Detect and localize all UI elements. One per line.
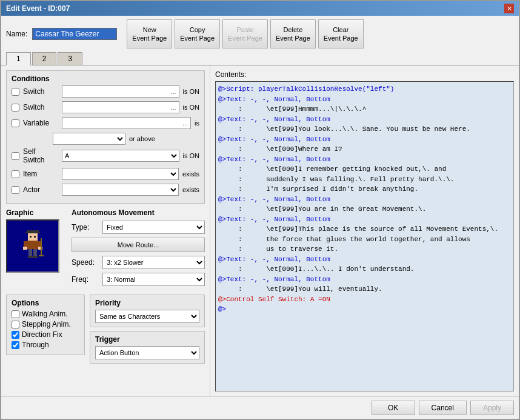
tab-3[interactable]: 3	[58, 52, 82, 65]
close-button[interactable]: ✕	[504, 4, 514, 13]
or-above-select[interactable]	[53, 133, 125, 145]
paste-event-page-button[interactable]: PasteEvent Page	[222, 19, 268, 48]
actor-row: Actor exists	[12, 184, 199, 196]
delete-event-page-button[interactable]: DeleteEvent Page	[270, 19, 316, 48]
svg-rect-3	[30, 236, 32, 238]
switch2-dots[interactable]: ...	[170, 104, 176, 111]
trigger-select[interactable]: Action Button Player Touch Event Touch A…	[95, 346, 199, 359]
bottom-bar: OK Cancel Apply	[1, 396, 519, 419]
speed-label: Speed:	[72, 258, 99, 267]
speed-select[interactable]: 1: x8 Slower 2: x4 Slower 3: x2 Slower 4…	[102, 256, 205, 269]
type-row: Type: Fixed Random Approach Custom	[72, 221, 205, 234]
conditions-section: Conditions Switch ... is ON Switch	[6, 70, 205, 204]
svg-rect-10	[28, 249, 32, 256]
content-line: : the force that glues the world togethe…	[218, 235, 511, 245]
actor-checkbox[interactable]	[12, 186, 19, 194]
item-exists: exists	[182, 170, 199, 178]
content-line: : I'm surprised I didn't break anything.	[218, 184, 511, 195]
content-line: @>Text: -, -, Normal, Bottom	[218, 155, 511, 165]
item-label: Item	[23, 170, 58, 178]
contents-area[interactable]: @>Script: playerTalkCollisionResolve("le…	[215, 81, 514, 392]
switch1-label: Switch	[23, 87, 58, 96]
speed-row: Speed: 1: x8 Slower 2: x4 Slower 3: x2 S…	[72, 256, 205, 269]
self-switch-label: Self Switch	[23, 147, 58, 164]
variable-is-text: is	[195, 119, 199, 127]
variable-checkbox[interactable]	[12, 119, 19, 127]
switch2-checkbox[interactable]	[12, 104, 19, 112]
through-row: Through	[12, 341, 79, 349]
name-input[interactable]	[32, 28, 117, 40]
type-label: Type:	[72, 223, 99, 232]
switch1-dots[interactable]: ...	[170, 88, 176, 95]
tab-2[interactable]: 2	[32, 52, 57, 65]
content-line: : \et[999]You will, eventually.	[218, 284, 511, 295]
svg-rect-5	[27, 241, 38, 249]
switch1-checkbox[interactable]	[12, 88, 19, 96]
content-line: : \et[999]You are in the Great Movement.…	[218, 204, 511, 215]
content-line: @>Text: -, -, Normal, Bottom	[218, 195, 511, 205]
direction-fix-checkbox[interactable]	[12, 331, 19, 339]
cancel-button[interactable]: Cancel	[419, 401, 467, 415]
type-select[interactable]: Fixed Random Approach Custom	[102, 221, 205, 234]
walking-anim-row: Walking Anim.	[12, 310, 79, 318]
content-line: @>	[218, 304, 511, 315]
freq-row: Freq: 1: Lowest 2: Lower 3: Normal 4: Hi…	[72, 273, 205, 286]
svg-rect-4	[34, 236, 36, 238]
direction-fix-row: Direction Fix	[12, 330, 79, 339]
movement-title: Autonomous Movement	[72, 208, 205, 217]
svg-rect-13	[33, 256, 38, 258]
content-line: @>Script: playerTalkCollisionResolve("le…	[218, 84, 511, 95]
options-title: Options	[12, 299, 79, 307]
item-select[interactable]	[62, 168, 179, 180]
svg-rect-11	[33, 249, 37, 256]
stepping-anim-checkbox[interactable]	[12, 321, 19, 328]
content-line: : \et[000]I remember getting knocked out…	[218, 164, 511, 175]
content-line: : suddenly I was falling.\. Fell pretty …	[218, 175, 511, 185]
variable-dots[interactable]: ...	[182, 119, 188, 127]
tabs-row: 1 2 3	[1, 52, 519, 65]
graphic-box[interactable]	[6, 219, 59, 273]
move-route-button[interactable]: Move Route...	[72, 238, 205, 252]
right-panel: Contents: @>Script: playerTalkCollisionR…	[210, 65, 519, 396]
new-event-page-button[interactable]: NewEvent Page	[127, 19, 172, 48]
or-above-row: or above	[53, 133, 199, 145]
actor-label: Actor	[23, 185, 58, 194]
freq-select[interactable]: 1: Lowest 2: Lower 3: Normal 4: Higher 5…	[102, 273, 205, 286]
self-switch-select[interactable]: ABCD	[62, 150, 179, 162]
priority-title: Priority	[95, 299, 199, 307]
copy-event-page-button[interactable]: CopyEvent Page	[175, 19, 220, 48]
ok-button[interactable]: OK	[372, 401, 415, 415]
content-line: @>Text: -, -, Normal, Bottom	[218, 255, 511, 265]
content-line: @>Control Self Switch: A =ON	[218, 295, 511, 305]
edit-event-window: Edit Event - ID:007 ✕ Name: NewEvent Pag…	[0, 0, 520, 420]
svg-rect-14	[41, 238, 42, 255]
priority-select[interactable]: Below Characters Same as Characters Abov…	[95, 310, 199, 323]
item-checkbox[interactable]	[12, 170, 19, 178]
freq-label: Freq:	[72, 275, 99, 284]
name-row: Name: NewEvent Page CopyEvent Page Paste…	[1, 16, 519, 52]
clear-event-page-button[interactable]: ClearEvent Page	[318, 19, 364, 48]
switch2-row: Switch ... is ON	[12, 101, 199, 113]
self-switch-checkbox[interactable]	[12, 152, 19, 160]
content-line: : \et[999]You look...\.\. Sane. You must…	[218, 124, 511, 135]
priority-trigger-col: Priority Below Characters Same as Charac…	[90, 295, 205, 364]
options-priority-trigger: Options Walking Anim. Stepping Anim. Dir…	[6, 295, 205, 364]
content-line: @>Text: -, -, Normal, Bottom	[218, 95, 511, 105]
through-checkbox[interactable]	[12, 341, 19, 349]
movement-section: Autonomous Movement Type: Fixed Random A…	[72, 208, 205, 290]
content-line: : \et[000]Where am I?	[218, 144, 511, 155]
stepping-anim-row: Stepping Anim.	[12, 320, 79, 328]
walking-anim-checkbox[interactable]	[12, 310, 19, 318]
actor-select[interactable]	[62, 184, 179, 196]
svg-rect-8	[23, 247, 27, 250]
self-switch-is-on: is ON	[183, 152, 200, 159]
tab-1[interactable]: 1	[6, 52, 31, 65]
title-bar: Edit Event - ID:007 ✕	[1, 1, 519, 16]
svg-rect-12	[28, 256, 33, 258]
self-switch-row: Self Switch ABCD is ON	[12, 147, 199, 164]
sprite-svg	[21, 229, 45, 263]
svg-rect-6	[24, 241, 27, 247]
apply-button[interactable]: Apply	[470, 401, 514, 415]
or-above-label: or above	[129, 135, 155, 142]
switch1-row: Switch ... is ON	[12, 85, 199, 98]
